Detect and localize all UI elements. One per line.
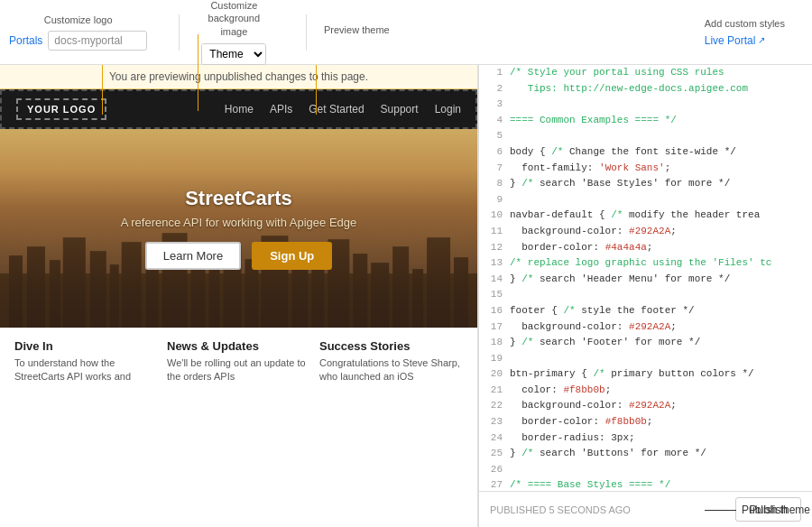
portal-section-dive-in: Dive In To understand how the StreetCart… bbox=[14, 339, 158, 384]
line-number: 13 bbox=[483, 255, 503, 272]
learn-more-button[interactable]: Learn More bbox=[145, 242, 241, 270]
line-content: footer { /* style the footer */ bbox=[510, 303, 695, 319]
css-line: 19 bbox=[479, 351, 812, 367]
portal-logo: YOUR LOGO bbox=[16, 98, 106, 120]
line-number: 20 bbox=[483, 366, 503, 383]
line-content: ==== Common Examples ==== */ bbox=[510, 113, 677, 129]
nav-get-started: Get Started bbox=[309, 103, 364, 116]
line-number: 22 bbox=[483, 398, 503, 414]
news-text: We'll be rolling out an update to the or… bbox=[167, 356, 310, 384]
line-number: 12 bbox=[483, 240, 503, 256]
nav-support: Support bbox=[381, 103, 419, 116]
svg-rect-19 bbox=[371, 263, 389, 328]
nav-login: Login bbox=[435, 103, 461, 116]
portal-bottom: Dive In To understand how the StreetCart… bbox=[0, 328, 477, 395]
news-title: News & Updates bbox=[167, 339, 310, 353]
svg-rect-4 bbox=[63, 237, 86, 328]
unpublished-msg: You are previewing unpublished changes t… bbox=[109, 70, 368, 83]
line-content: background-color: #292A2A; bbox=[510, 398, 677, 414]
nav-apis: APIs bbox=[270, 103, 292, 116]
publish-theme-annotation: Publish theme bbox=[705, 504, 810, 516]
line-content: } /* search 'Buttons' for more */ bbox=[510, 446, 706, 462]
preview-panel: You are previewing unpublished changes t… bbox=[0, 65, 478, 527]
line-number: 5 bbox=[483, 128, 503, 144]
portals-link[interactable]: Portals bbox=[9, 34, 42, 47]
line-number: 1 bbox=[483, 65, 503, 81]
line-number: 27 bbox=[483, 477, 503, 491]
svg-rect-5 bbox=[90, 251, 106, 328]
portal-nav-links: Home APIs Get Started Support Login bbox=[225, 103, 461, 116]
published-time: PUBLISHED 5 SECONDS AGO bbox=[490, 504, 631, 515]
css-line: 25} /* search 'Buttons' for more */ bbox=[479, 446, 812, 462]
css-line: 6body { /* Change the font site-wide */ bbox=[479, 144, 812, 161]
css-line: 27/* ==== Base Styles ==== */ bbox=[479, 477, 812, 491]
annotation-line-2 bbox=[198, 34, 198, 111]
line-number: 9 bbox=[483, 192, 503, 208]
svg-rect-16 bbox=[311, 266, 324, 328]
line-number: 26 bbox=[483, 462, 503, 478]
line-content: border-color: #f8bb0b; bbox=[510, 414, 652, 430]
line-number: 25 bbox=[483, 446, 503, 462]
theme-select[interactable]: Theme Custom bbox=[202, 44, 265, 64]
line-number: 21 bbox=[483, 383, 503, 399]
live-portal-link[interactable]: Live Portal ↗ bbox=[705, 34, 766, 47]
svg-rect-2 bbox=[27, 246, 45, 328]
css-line: 20btn-primary { /* primary button colors… bbox=[479, 366, 812, 383]
external-link-icon: ↗ bbox=[758, 35, 765, 45]
css-panel: 1/* Style your portal using CSS rules2 T… bbox=[478, 65, 812, 527]
line-content: navbar-default { /* modify the header tr… bbox=[510, 208, 760, 224]
css-line: 18} /* search 'Footer' for more */ bbox=[479, 335, 812, 351]
line-number: 23 bbox=[483, 414, 503, 430]
hero-section: StreetCarts A reference API for working … bbox=[0, 129, 477, 328]
line-number: 6 bbox=[483, 144, 503, 161]
line-content: } /* search 'Footer' for more */ bbox=[510, 335, 700, 351]
theme-select-wrap[interactable]: Theme Custom bbox=[201, 43, 266, 65]
line-content: } /* search 'Header Menu' for more */ bbox=[510, 272, 730, 288]
line-content: Tips: http://new-edge-docs.apigee.com bbox=[510, 81, 748, 97]
css-line: 7 font-family: 'Work Sans'; bbox=[479, 161, 812, 177]
svg-rect-6 bbox=[110, 264, 119, 328]
logo-label: Customize logo bbox=[44, 14, 113, 25]
portal-section-success: Success Stories Congratulations to Steve… bbox=[319, 339, 463, 384]
hero-title: StreetCarts bbox=[121, 187, 357, 210]
line-number: 11 bbox=[483, 224, 503, 240]
css-line: 10navbar-default { /* modify the header … bbox=[479, 208, 812, 224]
line-content: btn-primary { /* primary button colors *… bbox=[510, 366, 754, 383]
line-content: font-family: 'Work Sans'; bbox=[510, 161, 670, 177]
hero-buttons: Learn More Sign Up bbox=[121, 242, 357, 270]
line-content: border-radius: 3px; bbox=[510, 430, 635, 447]
hero-subtitle: A reference API for working with Apigee … bbox=[121, 216, 357, 229]
css-line: 26 bbox=[479, 462, 812, 478]
success-title: Success Stories bbox=[319, 339, 463, 353]
css-line: 5 bbox=[479, 128, 812, 144]
line-number: 16 bbox=[483, 303, 503, 319]
annotation-line-3 bbox=[316, 65, 317, 115]
css-editor[interactable]: 1/* Style your portal using CSS rules2 T… bbox=[479, 65, 812, 491]
unpublished-bar: You are previewing unpublished changes t… bbox=[0, 65, 477, 89]
line-content: /* ==== Base Styles ==== */ bbox=[510, 477, 670, 491]
svg-rect-21 bbox=[412, 269, 423, 328]
css-line: 21 color: #f8bb0b; bbox=[479, 383, 812, 399]
line-number: 17 bbox=[483, 319, 503, 336]
svg-rect-23 bbox=[454, 257, 468, 328]
css-line: 11 background-color: #292A2A; bbox=[479, 224, 812, 240]
css-line: 12 border-color: #4a4a4a; bbox=[479, 240, 812, 256]
css-line: 24 border-radius: 3px; bbox=[479, 430, 812, 447]
svg-rect-1 bbox=[9, 255, 23, 328]
dive-in-text: To understand how the StreetCarts API wo… bbox=[14, 356, 158, 384]
bg-section: Customize background image Theme Custom bbox=[193, 0, 274, 65]
css-line: 16footer { /* style the footer */ bbox=[479, 303, 812, 319]
live-portal-text: Live Portal bbox=[705, 34, 756, 47]
css-line: 17 background-color: #292A2A; bbox=[479, 319, 812, 336]
css-line: 4==== Common Examples ==== */ bbox=[479, 113, 812, 129]
css-line: 1/* Style your portal using CSS rules bbox=[479, 65, 812, 81]
publish-theme-text: Publish theme bbox=[742, 504, 810, 516]
logo-input[interactable] bbox=[48, 31, 147, 51]
sign-up-button[interactable]: Sign Up bbox=[252, 242, 332, 270]
line-number: 15 bbox=[483, 287, 503, 303]
bg-label: Customize background image bbox=[193, 0, 274, 38]
line-number: 19 bbox=[483, 351, 503, 367]
line-number: 8 bbox=[483, 176, 503, 192]
nav-home: Home bbox=[225, 103, 254, 116]
line-number: 4 bbox=[483, 113, 503, 129]
